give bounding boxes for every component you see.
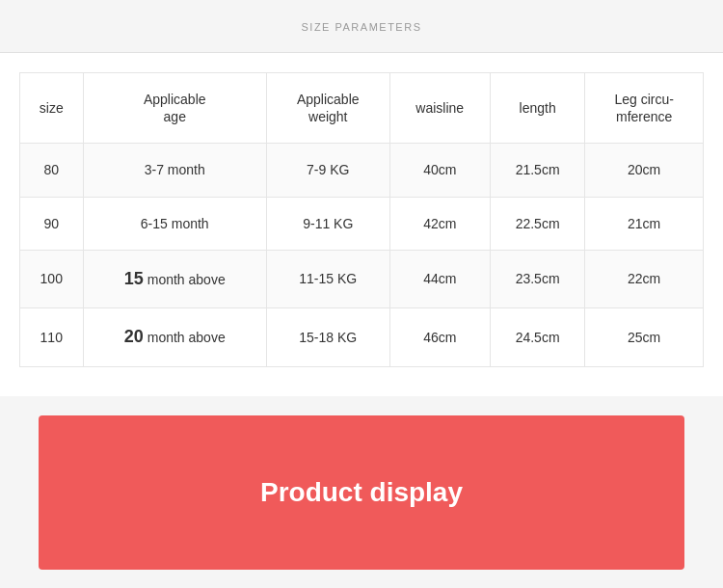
table-row: 100 15 month above 11-15 KG 44cm 23.5cm … bbox=[20, 250, 704, 307]
header-title: SIZE PARAMETERS bbox=[302, 21, 422, 33]
table-row: 110 20 month above 15-18 KG 46cm 24.5cm … bbox=[20, 308, 704, 366]
age-number: 15 bbox=[124, 269, 144, 288]
table-row: 90 6-15 month 9-11 KG 42cm 22.5cm 21cm bbox=[20, 197, 704, 250]
cell-weight: 9-11 KG bbox=[266, 197, 389, 250]
product-display-banner: Product display bbox=[39, 415, 684, 570]
size-table: size Applicableage Applicableweight wais… bbox=[19, 72, 704, 367]
cell-weight: 7-9 KG bbox=[266, 144, 389, 197]
cell-length: 24.5cm bbox=[490, 308, 584, 366]
cell-length: 21.5cm bbox=[490, 144, 584, 197]
cell-length: 22.5cm bbox=[490, 197, 584, 250]
cell-waisline: 44cm bbox=[389, 250, 490, 307]
cell-weight: 11-15 KG bbox=[266, 250, 389, 307]
col-waisline: waisline bbox=[389, 73, 490, 144]
cell-leg: 22cm bbox=[585, 250, 704, 307]
col-age: Applicableage bbox=[83, 73, 266, 144]
cell-size: 100 bbox=[20, 250, 84, 307]
col-weight: Applicableweight bbox=[266, 73, 389, 144]
banner-label: Product display bbox=[260, 477, 463, 508]
cell-leg: 21cm bbox=[585, 197, 704, 250]
cell-size: 80 bbox=[20, 144, 84, 197]
cell-weight: 15-18 KG bbox=[266, 308, 389, 366]
header-bar: SIZE PARAMETERS bbox=[0, 0, 723, 53]
cell-age: 3-7 month bbox=[83, 144, 266, 197]
cell-age: 15 month above bbox=[83, 250, 266, 307]
cell-length: 23.5cm bbox=[490, 250, 584, 307]
col-length: length bbox=[490, 73, 584, 144]
cell-leg: 25cm bbox=[585, 308, 704, 366]
cell-size: 110 bbox=[20, 308, 84, 366]
col-size: size bbox=[20, 73, 84, 144]
table-row: 80 3-7 month 7-9 KG 40cm 21.5cm 20cm bbox=[20, 144, 704, 197]
cell-waisline: 46cm bbox=[389, 308, 490, 366]
age-number: 20 bbox=[124, 327, 144, 346]
cell-waisline: 40cm bbox=[389, 144, 490, 197]
cell-size: 90 bbox=[20, 197, 84, 250]
cell-age: 6-15 month bbox=[83, 197, 266, 250]
cell-leg: 20cm bbox=[585, 144, 704, 197]
cell-waisline: 42cm bbox=[389, 197, 490, 250]
cell-age: 20 month above bbox=[83, 308, 266, 366]
col-leg: Leg circu-mference bbox=[585, 73, 704, 144]
